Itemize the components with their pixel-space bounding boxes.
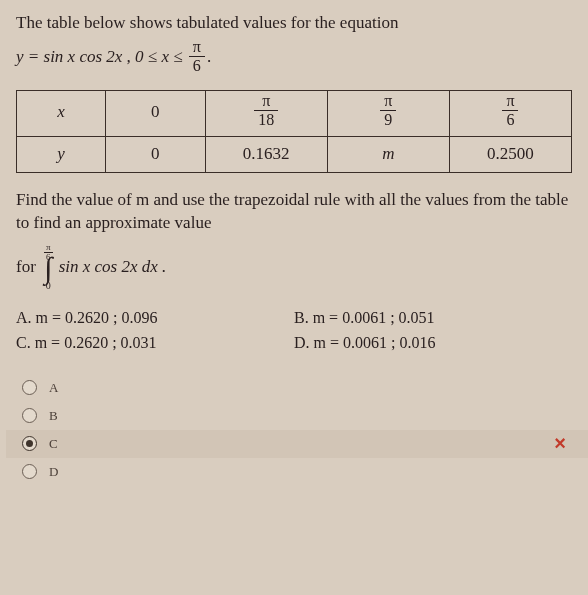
equation-fraction: π 6 [189, 39, 205, 74]
frac-den: 9 [380, 111, 396, 128]
integral-sign: π 6 ∫ 0 [42, 245, 55, 291]
integrand: sin x cos 2x dx . [59, 256, 167, 279]
frac-den: 6 [44, 253, 53, 262]
y-label: y [57, 144, 65, 163]
frac-num: π [502, 93, 518, 111]
radio-icon[interactable] [22, 408, 37, 423]
radio-options: A B C × D [16, 374, 572, 486]
table-row-y: y 0 0.1632 m 0.2500 [17, 136, 572, 172]
intro-text: The table below shows tabulated values f… [16, 12, 572, 35]
table-row-x: x 0 π 18 π 9 π 6 [17, 90, 572, 136]
equation: y = sin x cos 2x , 0 ≤ x ≤ π 6 . [16, 41, 572, 76]
cell-y-1: 0.1632 [243, 144, 290, 163]
frac-num: π [189, 39, 205, 57]
radio-icon[interactable] [22, 380, 37, 395]
frac-den: 6 [502, 111, 518, 128]
cell-y-3: 0.2500 [487, 144, 534, 163]
option-A[interactable]: A [22, 374, 572, 402]
cell-x-2: π 9 [380, 93, 396, 128]
integral-expression: for π 6 ∫ 0 sin x cos 2x dx . [16, 245, 572, 291]
cell-x-3: π 6 [502, 93, 518, 128]
prompt-text: Find the value of m and use the trapezoi… [16, 189, 572, 235]
cell-y-2: m [382, 144, 394, 163]
incorrect-icon: × [554, 430, 566, 457]
option-B[interactable]: B [22, 402, 572, 430]
integral-lower: 0 [46, 281, 51, 291]
integral-lead: for [16, 256, 36, 279]
equation-text: y = sin x cos 2x , 0 ≤ x ≤ [16, 47, 183, 66]
frac-den: 6 [189, 57, 205, 74]
option-label: D [49, 463, 58, 481]
option-D[interactable]: D [22, 458, 572, 486]
answer-C: C. m = 0.2620 ; 0.031 [16, 330, 294, 356]
values-table: x 0 π 18 π 9 π 6 y 0 0.1632 m 0.2500 [16, 90, 572, 173]
radio-icon[interactable] [22, 464, 37, 479]
option-C[interactable]: C × [6, 430, 588, 458]
answer-choices: A. m = 0.2620 ; 0.096 B. m = 0.0061 ; 0.… [16, 305, 572, 356]
frac-num: π [254, 93, 278, 111]
cell-y-0: 0 [151, 144, 160, 163]
equation-trail: . [207, 47, 211, 66]
answer-D: D. m = 0.0061 ; 0.016 [294, 330, 572, 356]
integral-upper: π 6 [42, 245, 55, 255]
x-label: x [57, 102, 65, 121]
cell-x-1: π 18 [254, 93, 278, 128]
option-label: A [49, 379, 58, 397]
option-label: C [49, 435, 58, 453]
frac-den: 18 [254, 111, 278, 128]
answer-B: B. m = 0.0061 ; 0.051 [294, 305, 572, 331]
radio-icon[interactable] [22, 436, 37, 451]
cell-x-0: 0 [151, 102, 160, 121]
option-label: B [49, 407, 58, 425]
answer-A: A. m = 0.2620 ; 0.096 [16, 305, 294, 331]
frac-num: π [380, 93, 396, 111]
